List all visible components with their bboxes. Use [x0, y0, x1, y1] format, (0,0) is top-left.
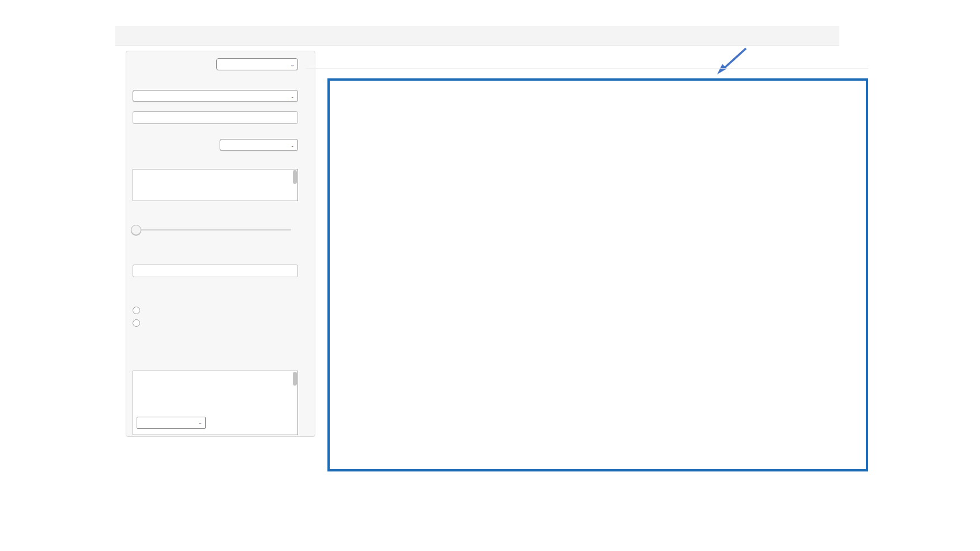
scrollbar-thumb[interactable]: [293, 170, 297, 184]
nav-items: [115, 26, 839, 45]
min-predictor-range-slider: [133, 215, 298, 240]
slider-track[interactable]: [133, 229, 291, 231]
chevron-down-icon: ⌄: [290, 93, 295, 99]
top-nav-bar: [115, 26, 839, 46]
radio-to-include[interactable]: [133, 307, 140, 314]
chevron-down-icon: ⌄: [198, 420, 202, 425]
algorithm-row: ⌄: [133, 414, 298, 429]
predictor-cell-line-set-row: ⌄: [133, 139, 298, 151]
predictor-identifiers-input[interactable]: [133, 265, 298, 277]
tissue-exclude-radio-row: [133, 318, 298, 328]
response-cell-line-set-row: ⌄: [133, 58, 298, 70]
annotation-arrow-icon: [712, 43, 752, 79]
analysis-settings-panel: ⌄ ⌄ ⌄: [126, 51, 315, 437]
predictor-data-type-listbox[interactable]: [133, 169, 298, 201]
algorithm-select[interactable]: ⌄: [137, 417, 206, 429]
response-cell-line-set-select[interactable]: ⌄: [216, 58, 298, 70]
tab-separator: [306, 68, 868, 69]
slider-thumb[interactable]: [131, 225, 141, 235]
response-identifier-input[interactable]: [133, 111, 298, 124]
chevron-down-icon: ⌄: [290, 142, 295, 148]
scatter-plot: [323, 92, 688, 473]
tissue-include-radio-row: [133, 305, 298, 315]
response-data-type-select[interactable]: ⌄: [133, 90, 298, 102]
scrollbar-thumb[interactable]: [293, 372, 297, 386]
predictor-cell-line-set-select[interactable]: ⌄: [220, 139, 298, 151]
radio-to-exclude[interactable]: [133, 319, 140, 327]
chevron-down-icon: ⌄: [290, 62, 295, 67]
